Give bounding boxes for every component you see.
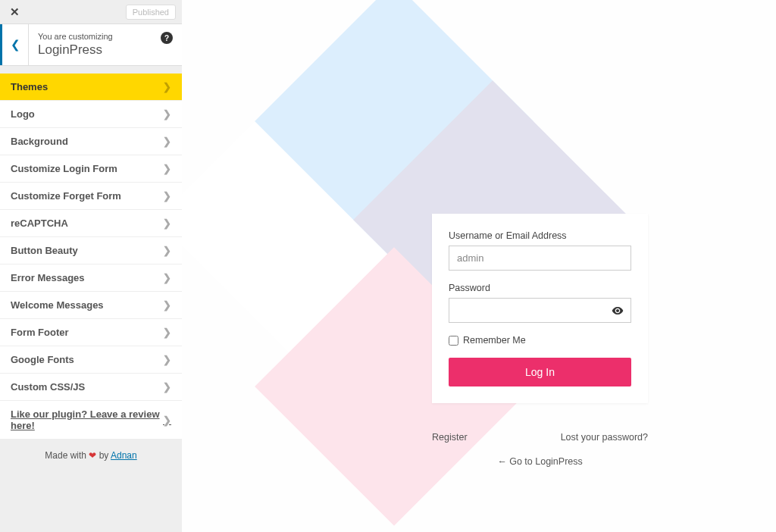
back-button[interactable]: ❮: [0, 24, 29, 65]
footer-credit: Made with ❤ by Adnan: [0, 440, 182, 471]
menu-item-customize-login-form[interactable]: Customize Login Form❯: [0, 155, 182, 183]
sidebar-header: ✕ Published: [0, 0, 182, 24]
lost-password-link[interactable]: Lost your password?: [561, 432, 648, 443]
customizing-label: You are customizing: [38, 32, 173, 41]
password-input[interactable]: [449, 298, 631, 323]
chevron-right-icon: ❯: [163, 354, 171, 365]
menu-item-recaptcha[interactable]: reCAPTCHA❯: [0, 210, 182, 237]
below-card: Register Lost your password? ← Go to Log…: [432, 426, 648, 467]
chevron-right-icon: ❯: [163, 272, 171, 283]
section-title: LoginPress: [38, 42, 173, 58]
remember-checkbox[interactable]: [449, 336, 458, 346]
chevron-right-icon: ❯: [163, 245, 171, 256]
menu-item-label: Background: [11, 136, 68, 147]
chevron-right-icon: ❯: [163, 299, 171, 311]
menu-item-google-fonts[interactable]: Google Fonts❯: [0, 346, 182, 374]
go-back-link[interactable]: ← Go to LoginPress: [432, 456, 648, 467]
menu-item-customize-forget-form[interactable]: Customize Forget Form❯: [0, 183, 182, 210]
menu-item-button-beauty[interactable]: Button Beauty❯: [0, 237, 182, 264]
menu-item-custom-css-js[interactable]: Custom CSS/JS❯: [0, 374, 182, 401]
footer-prefix: Made with: [45, 450, 89, 461]
heart-icon: ❤: [89, 450, 96, 461]
chevron-right-icon: ❯: [163, 381, 171, 393]
username-input[interactable]: [449, 246, 631, 271]
author-link[interactable]: Adnan: [111, 450, 137, 461]
menu-item-form-footer[interactable]: Form Footer❯: [0, 319, 182, 346]
menu-item-error-messages[interactable]: Error Messages❯: [0, 264, 182, 292]
links-row: Register Lost your password?: [432, 426, 648, 443]
eye-icon[interactable]: [612, 305, 624, 319]
password-label: Password: [449, 283, 631, 293]
chevron-right-icon: ❯: [163, 81, 171, 92]
remember-label: Remember Me: [463, 335, 526, 346]
footer-by: by: [96, 450, 111, 461]
menu-item-label: Customize Login Form: [11, 163, 117, 174]
menu-item-label: Like our plugin? Leave a review here!: [11, 408, 163, 431]
menu-item-label: Button Beauty: [11, 245, 78, 256]
menu-item-label: Custom CSS/JS: [11, 381, 85, 393]
menu-list: Themes❯Logo❯Background❯Customize Login F…: [0, 74, 182, 440]
chevron-right-icon: ❯: [163, 190, 171, 202]
chevron-right-icon: ❯: [163, 217, 171, 229]
remember-row: Remember Me: [449, 335, 631, 346]
menu-item-like-our-plugin-leave-a-review-here[interactable]: Like our plugin? Leave a review here!❯: [0, 401, 182, 440]
published-button[interactable]: Published: [126, 5, 176, 20]
chevron-right-icon: ❯: [163, 136, 171, 147]
menu-item-welcome-messages[interactable]: Welcome Messages❯: [0, 292, 182, 319]
menu-item-background[interactable]: Background❯: [0, 128, 182, 155]
close-button[interactable]: ✕: [0, 0, 29, 24]
menu-item-label: Welcome Messages: [11, 299, 104, 311]
chevron-right-icon: ❯: [163, 327, 171, 338]
password-wrap: [449, 298, 631, 335]
username-label: Username or Email Address: [449, 230, 631, 241]
menu-item-label: Google Fonts: [11, 354, 74, 365]
preview-area: Username or Email Address Password Remem…: [182, 0, 776, 532]
section-header: ❮ You are customizing LoginPress ?: [0, 24, 182, 66]
menu-item-label: Error Messages: [11, 272, 85, 283]
menu-item-themes[interactable]: Themes❯: [0, 74, 182, 101]
menu-item-label: Customize Forget Form: [11, 190, 121, 202]
chevron-right-icon: ❯: [163, 108, 171, 120]
chevron-right-icon: ❯: [163, 163, 171, 174]
menu-item-label: Form Footer: [11, 327, 69, 338]
menu-item-label: reCAPTCHA: [11, 217, 68, 229]
chevron-right-icon: ❯: [163, 415, 171, 426]
menu-item-label: Logo: [11, 108, 35, 120]
help-icon[interactable]: ?: [161, 32, 173, 44]
menu-item-logo[interactable]: Logo❯: [0, 101, 182, 128]
section-info: You are customizing LoginPress ?: [29, 24, 182, 65]
login-form: Username or Email Address Password Remem…: [432, 214, 648, 403]
customizer-sidebar: ✕ Published ❮ You are customizing LoginP…: [0, 0, 182, 532]
register-link[interactable]: Register: [432, 432, 468, 443]
login-button[interactable]: Log In: [449, 358, 631, 386]
menu-item-label: Themes: [11, 81, 48, 92]
